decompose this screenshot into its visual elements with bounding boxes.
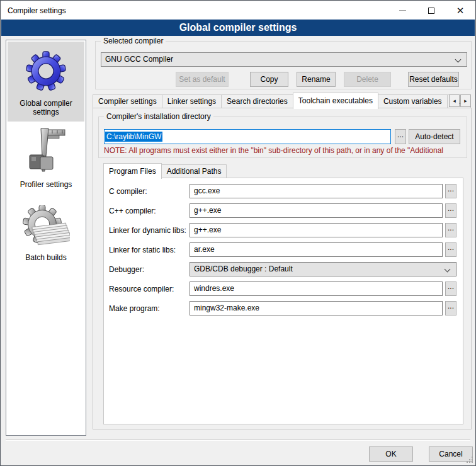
- cpp-compiler-input[interactable]: g++.exe: [190, 203, 443, 218]
- field-label: Resource compiler:: [109, 285, 190, 293]
- browse-button[interactable]: ...: [445, 281, 456, 296]
- resource-compiler-row: Resource compiler: windres.exe ...: [109, 281, 456, 296]
- window-controls: ✕: [388, 1, 475, 20]
- reset-defaults-button[interactable]: Reset defaults: [408, 72, 459, 87]
- sidebar-item-batch-builds[interactable]: Batch builds: [8, 195, 84, 267]
- browse-button[interactable]: ...: [445, 184, 456, 198]
- copy-button[interactable]: Copy: [250, 72, 288, 87]
- close-icon: ✕: [456, 6, 465, 15]
- browse-button[interactable]: ...: [445, 301, 456, 315]
- resource-compiler-input[interactable]: windres.exe: [190, 281, 443, 296]
- sidebar-item-global-compiler-settings[interactable]: Global compiler settings: [8, 42, 84, 122]
- browse-button[interactable]: ...: [445, 242, 456, 257]
- page-title: Global compiler settings: [1, 20, 475, 36]
- install-directory-value: C:\raylib\MinGW: [105, 132, 162, 142]
- resize-grip[interactable]: [467, 457, 473, 463]
- auto-detect-button[interactable]: Auto-detect: [409, 129, 460, 144]
- static-linker-row: Linker for static libs: ar.exe ...: [109, 242, 456, 257]
- toolchain-executables-panel: Compiler's installation directory C:\ray…: [93, 108, 472, 429]
- tab-compiler-settings[interactable]: Compiler settings: [93, 94, 162, 108]
- compiler-select[interactable]: GNU GCC Compiler: [101, 52, 467, 67]
- browse-button[interactable]: ...: [445, 223, 456, 237]
- program-tabstrip: Program Files Additional Paths: [103, 162, 227, 178]
- sidebar-item-label: Batch builds: [8, 252, 84, 267]
- tab-toolchain-executables[interactable]: Toolchain executables: [293, 93, 378, 109]
- window-title: Compiler settings: [8, 6, 66, 15]
- compiler-settings-dialog: Compiler settings ✕ Global compiler sett…: [0, 0, 476, 466]
- blue-gear-icon: [8, 45, 84, 98]
- close-button[interactable]: ✕: [446, 1, 475, 20]
- tab-program-files[interactable]: Program Files: [103, 163, 162, 179]
- field-label: C++ compiler:: [109, 207, 190, 215]
- program-files-panel: C compiler: gcc.exe ... C++ compiler: g+…: [103, 178, 463, 424]
- selected-compiler-group-label: Selected compiler: [101, 37, 166, 45]
- sidebar-item-label: Global compiler settings: [8, 98, 84, 122]
- field-label: Debugger:: [109, 265, 190, 274]
- delete-button[interactable]: Delete: [344, 72, 391, 87]
- sidebar-item-profiler-settings[interactable]: Profiler settings: [8, 123, 84, 194]
- caliper-icon: [8, 126, 84, 179]
- bin-subdirectory-note: NOTE: All programs must exist either in …: [104, 146, 464, 155]
- field-label: C compiler:: [109, 187, 190, 196]
- field-label: Make program:: [109, 304, 190, 313]
- toolchain-fields: C compiler: gcc.exe ... C++ compiler: g+…: [109, 184, 456, 321]
- gray-gear-stack-icon: [8, 204, 84, 252]
- dynamic-linker-row: Linker for dynamic libs: g++.exe ...: [109, 223, 456, 237]
- install-directory-group: Compiler's installation directory C:\ray…: [98, 116, 467, 158]
- debugger-row: Debugger: GDB/CDB debugger : Default: [109, 262, 456, 276]
- make-program-row: Make program: mingw32-make.exe ...: [109, 301, 456, 315]
- c-compiler-input[interactable]: gcc.exe: [190, 184, 443, 198]
- make-program-input[interactable]: mingw32-make.exe: [190, 301, 443, 315]
- footer-divider: [6, 440, 470, 441]
- minimize-icon: [399, 10, 406, 11]
- tab-search-directories[interactable]: Search directories: [221, 94, 293, 108]
- install-directory-group-label: Compiler's installation directory: [104, 112, 213, 121]
- tab-scroll-right-button[interactable]: ▸: [460, 94, 471, 107]
- debugger-select[interactable]: GDB/CDB debugger : Default: [190, 262, 456, 276]
- minimize-button[interactable]: [388, 1, 417, 20]
- chevron-down-icon: [455, 57, 462, 63]
- sidebar-item-label: Profiler settings: [8, 179, 84, 194]
- field-label: Linker for static libs:: [109, 246, 190, 254]
- rename-button[interactable]: Rename: [297, 72, 336, 87]
- c-compiler-row: C compiler: gcc.exe ...: [109, 184, 456, 198]
- static-linker-input[interactable]: ar.exe: [190, 242, 443, 257]
- maximize-icon: [428, 8, 434, 14]
- titlebar: Compiler settings ✕: [1, 1, 475, 20]
- tab-scroll-left-button[interactable]: ◂: [449, 94, 460, 107]
- maximize-button[interactable]: [417, 1, 446, 20]
- compiler-select-value: GNU GCC Compiler: [105, 55, 173, 64]
- settings-tabstrip: Compiler settings Linker settings Search…: [93, 92, 471, 108]
- chevron-down-icon: [445, 266, 451, 273]
- tab-linker-settings[interactable]: Linker settings: [162, 94, 222, 108]
- settings-sidebar: Global compiler settings: [6, 40, 86, 436]
- tab-additional-paths[interactable]: Additional Paths: [161, 164, 227, 178]
- dynamic-linker-input[interactable]: g++.exe: [190, 223, 443, 237]
- cpp-compiler-row: C++ compiler: g++.exe ...: [109, 203, 456, 218]
- browse-button[interactable]: ...: [445, 203, 456, 218]
- debugger-select-value: GDB/CDB debugger : Default: [194, 264, 293, 273]
- install-directory-input[interactable]: C:\raylib\MinGW: [104, 129, 391, 144]
- tab-custom-variables[interactable]: Custom variables: [378, 94, 448, 108]
- set-as-default-button[interactable]: Set as default: [176, 72, 229, 87]
- field-label: Linker for dynamic libs:: [109, 226, 190, 235]
- ok-button[interactable]: OK: [369, 446, 413, 462]
- browse-directory-button[interactable]: ...: [395, 129, 406, 144]
